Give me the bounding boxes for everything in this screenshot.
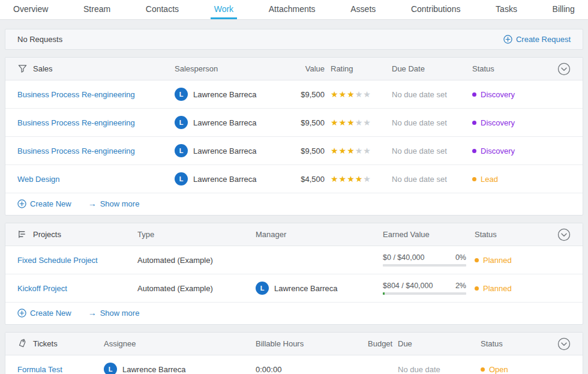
project-type: Automated (Example) <box>137 256 256 265</box>
salesperson-name: Lawrence Barreca <box>193 146 257 155</box>
requests-bar: No Requests Create Request <box>5 29 583 50</box>
star-icon: ★ <box>363 118 371 127</box>
rating-stars: ★★★★★ <box>325 89 392 99</box>
status-badge: Discovery <box>472 146 547 155</box>
ticket-title-link[interactable]: Formula Test <box>17 365 104 374</box>
star-icon: ★ <box>339 146 347 155</box>
project-title-link[interactable]: Fixed Schedule Project <box>17 256 137 265</box>
salesperson-cell: L Lawrence Barreca <box>175 144 281 157</box>
sale-title-link[interactable]: Web Design <box>17 175 175 184</box>
star-icon: ★ <box>347 174 355 184</box>
tab-billing[interactable]: Billing <box>549 0 578 19</box>
ticket-row: Formula Test L Lawrence Barreca 0:00:00 … <box>5 355 583 374</box>
sales-header: Sales Salesperson Value Rating Due Date … <box>5 58 583 80</box>
star-icon: ★ <box>363 174 371 184</box>
show-more-button[interactable]: → Show more <box>88 199 140 208</box>
projects-section: Projects Type Manager Earned Value Statu… <box>5 223 583 325</box>
create-new-button[interactable]: Create New <box>17 199 71 208</box>
projects-header: Projects Type Manager Earned Value Statu… <box>5 223 583 246</box>
project-row: Fixed Schedule Project Automated (Exampl… <box>5 246 583 274</box>
tag-icon <box>17 339 28 349</box>
sales-section: Sales Salesperson Value Rating Due Date … <box>5 57 583 216</box>
status-badge: Planned <box>475 256 547 265</box>
salesperson-name: Lawrence Barreca <box>193 118 257 127</box>
chevron-down-circle-icon <box>557 337 571 351</box>
status-dot <box>475 258 479 262</box>
rating-stars: ★★★★★ <box>325 174 392 184</box>
col-assignee: Assignee <box>104 339 256 348</box>
tab-tasks[interactable]: Tasks <box>492 0 521 19</box>
salesperson-name: Lawrence Barreca <box>193 90 257 99</box>
sales-collapse-button[interactable] <box>557 62 571 76</box>
tab-bar: Overview Stream Contacts Work Attachment… <box>0 0 588 20</box>
col-status: Status <box>472 64 547 73</box>
projects-collapse-button[interactable] <box>557 228 571 241</box>
create-request-label: Create Request <box>516 35 571 44</box>
sale-value: $9,500 <box>281 146 325 155</box>
tickets-header: Tickets Assignee Billable Hours Budget D… <box>5 333 583 355</box>
salesperson-cell: L Lawrence Barreca <box>175 116 281 129</box>
status-dot <box>472 92 476 97</box>
status-dot <box>472 149 476 153</box>
show-more-label: Show more <box>100 199 140 208</box>
status-dot <box>481 367 485 372</box>
projects-title-label: Projects <box>33 230 61 239</box>
funnel-icon <box>17 64 28 74</box>
col-earned-value: Earned Value <box>383 230 475 239</box>
sales-row: Business Process Re-engineering L Lawren… <box>5 109 583 137</box>
sale-value: $9,500 <box>281 90 325 99</box>
sales-title-label: Sales <box>33 64 53 73</box>
tickets-section: Tickets Assignee Billable Hours Budget D… <box>5 332 583 374</box>
col-value: Value <box>281 64 325 73</box>
status-dot <box>475 286 479 291</box>
tickets-title: Tickets <box>17 339 104 349</box>
due-date: No due date set <box>392 90 472 99</box>
col-manager: Manager <box>256 230 383 239</box>
due-date: No due date set <box>392 118 472 127</box>
due-date: No due date set <box>392 146 472 155</box>
sale-title-link[interactable]: Business Process Re-engineering <box>17 90 175 99</box>
sale-title-link[interactable]: Business Process Re-engineering <box>17 118 175 127</box>
col-rating: Rating <box>325 64 392 73</box>
project-row: Kickoff Project Automated (Example) L La… <box>5 274 583 303</box>
create-new-label: Create New <box>30 309 71 318</box>
avatar: L <box>104 363 117 374</box>
sales-title: Sales <box>17 64 175 74</box>
col-billable-hours: Billable Hours <box>256 339 368 348</box>
star-icon: ★ <box>363 89 371 99</box>
status-badge: Planned <box>475 284 547 293</box>
chevron-down-circle-icon <box>557 62 571 76</box>
avatar: L <box>256 282 269 295</box>
tab-work[interactable]: Work <box>211 0 237 19</box>
earned-amount: $0 / $40,000 <box>383 253 425 262</box>
star-icon: ★ <box>355 174 364 184</box>
show-more-button[interactable]: → Show more <box>88 308 140 318</box>
tab-stream[interactable]: Stream <box>80 0 114 19</box>
tab-attachments[interactable]: Attachments <box>265 0 319 19</box>
star-icon: ★ <box>347 146 355 155</box>
project-title-link[interactable]: Kickoff Project <box>17 284 137 293</box>
col-salesperson: Salesperson <box>175 64 281 73</box>
create-new-label: Create New <box>30 199 71 208</box>
tab-contributions[interactable]: Contributions <box>407 0 464 19</box>
salesperson-name: Lawrence Barreca <box>193 175 257 184</box>
progress-bar <box>383 292 466 295</box>
create-request-button[interactable]: Create Request <box>503 35 571 44</box>
star-icon: ★ <box>331 118 339 127</box>
tickets-collapse-button[interactable] <box>557 337 571 351</box>
plus-circle-icon <box>17 199 26 208</box>
sales-row: Web Design L Lawrence Barreca $4,500 ★★★… <box>5 165 583 193</box>
avatar: L <box>175 88 188 101</box>
star-icon: ★ <box>339 118 347 127</box>
status-label: Discovery <box>481 118 515 127</box>
create-new-button[interactable]: Create New <box>17 309 71 318</box>
status-label: Planned <box>483 284 512 293</box>
sale-title-link[interactable]: Business Process Re-engineering <box>17 146 175 155</box>
sale-value: $4,500 <box>281 175 325 184</box>
tab-assets[interactable]: Assets <box>347 0 379 19</box>
tab-contacts[interactable]: Contacts <box>142 0 182 19</box>
avatar: L <box>175 172 188 185</box>
tab-overview[interactable]: Overview <box>10 0 52 19</box>
col-due: Due <box>398 339 481 348</box>
assignee-cell: L Lawrence Barreca <box>104 363 256 374</box>
